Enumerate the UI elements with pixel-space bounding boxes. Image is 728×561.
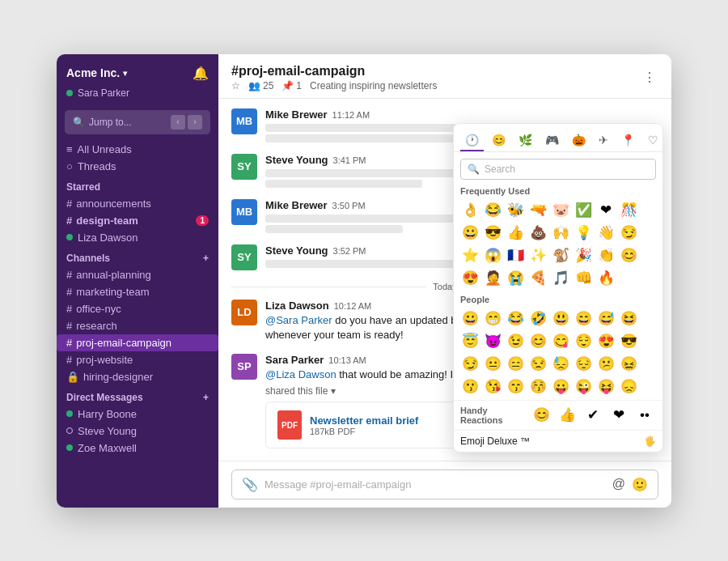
handy-emoji[interactable]: 😊 [530,404,552,427]
sidebar-item-zoe-maxwell[interactable]: Zoe Maxwell [57,440,218,457]
sidebar-item-proj-website[interactable]: # proj-website [57,351,218,368]
sidebar-item-steve-young[interactable]: Steve Young [57,423,218,440]
sidebar-item-liza-dawson[interactable]: Liza Dawson [57,229,218,246]
emoji-cell[interactable]: 😃 [549,308,572,330]
emoji-cell[interactable]: 😏 [459,353,481,376]
emoji-cell[interactable]: 🤣 [527,308,549,330]
emoji-cell[interactable]: ❤ [595,199,617,222]
handy-emoji[interactable]: ❤ [607,404,630,427]
emoji-cell[interactable]: 😚 [527,376,549,398]
emoji-cell[interactable]: 😊 [617,244,640,267]
sidebar-item-all-unreads[interactable]: ≡ All Unreads [57,141,218,158]
bell-icon[interactable]: 🔔 [193,66,209,81]
emoji-cell[interactable]: ⭐ [459,244,481,267]
file-attachment[interactable]: PDF Newsletter email brief 187kB PDF [265,402,476,448]
emoji-cell[interactable]: 😝 [595,376,617,398]
emoji-cell[interactable]: 😂 [504,308,527,330]
message-input[interactable]: Message #proj-email-campaign [265,478,606,491]
emoji-cell[interactable]: 😍 [595,330,617,353]
emoji-cell[interactable]: 😙 [504,376,527,398]
emoji-cell[interactable]: 😊 [527,330,549,353]
emoji-cell[interactable]: 🎉 [572,244,595,267]
emoji-cell[interactable]: 👋 [595,222,617,244]
emoji-cell[interactable]: 😇 [459,330,481,353]
emoji-cell[interactable]: ✨ [527,244,549,267]
sidebar-item-marketing-team[interactable]: # marketing-team [57,283,218,300]
emoji-input-icon[interactable]: 🙂 [632,477,648,492]
sidebar-item-annual-planning[interactable]: # annual-planning [57,266,218,283]
emoji-search[interactable]: 🔍 Search [460,159,656,180]
emoji-tab-objects[interactable]: 📍 [616,130,640,151]
emoji-cell[interactable]: 👊 [572,267,595,290]
sidebar-item-proj-email-campaign[interactable]: # proj-email-campaign [57,334,218,351]
emoji-cell[interactable]: 😌 [572,330,595,353]
sidebar-item-research[interactable]: # research [57,317,218,334]
emoji-cell[interactable]: ✅ [572,199,595,222]
emoji-deluxe-row[interactable]: Emoji Deluxe ™ 🖐 [454,430,662,452]
emoji-cell[interactable]: 😗 [459,376,481,398]
emoji-cell[interactable]: 😂 [481,199,504,222]
handy-emoji[interactable]: 👍 [556,404,578,427]
emoji-tab-recent[interactable]: 🕐 [460,130,484,151]
emoji-cell[interactable]: 🔥 [595,267,617,290]
workspace-name[interactable]: Acme Inc. ▾ [66,66,127,79]
emoji-cell[interactable]: 😏 [617,222,640,244]
emoji-cell[interactable]: 🎊 [617,199,640,222]
sidebar-item-design-team[interactable]: # design-team 1 [57,212,218,229]
emoji-tab-nature[interactable]: 🌿 [514,130,537,151]
jump-bar[interactable]: 🔍 Jump to... ‹ › [65,110,210,134]
sidebar-item-hiring-designer[interactable]: 🔒 hiring-designer [57,368,218,385]
add-channel-icon[interactable]: + [203,253,209,264]
emoji-tab-flags[interactable]: 🔲 [667,130,671,151]
emoji-cell[interactable]: 😋 [549,330,572,353]
handy-emoji[interactable]: •• [633,404,656,427]
emoji-cell[interactable]: 😞 [617,376,640,398]
emoji-cell[interactable]: 😭 [504,267,527,290]
star-icon[interactable]: ☆ [231,80,240,91]
emoji-cell[interactable]: 😍 [459,267,481,290]
emoji-cell[interactable]: 😎 [481,222,504,244]
emoji-cell[interactable]: 😄 [572,308,595,330]
emoji-cell[interactable]: 🐝 [504,199,527,222]
emoji-cell[interactable]: 🐷 [549,199,572,222]
emoji-cell[interactable]: 😀 [459,222,481,244]
emoji-cell[interactable]: 🐒 [549,244,572,267]
emoji-cell[interactable]: 😔 [572,353,595,376]
sidebar-item-harry-boone[interactable]: Harry Boone [57,406,218,423]
emoji-tab-food[interactable]: 🎃 [567,130,590,151]
handy-emoji[interactable]: ✔ [582,404,604,427]
emoji-tab-symbols[interactable]: ♡ [643,130,663,151]
emoji-cell[interactable]: 😒 [527,353,549,376]
emoji-cell[interactable]: 😁 [481,308,504,330]
attachment-icon[interactable]: 📎 [242,477,258,492]
back-arrow-icon[interactable]: ‹ [171,115,185,130]
emoji-cell[interactable]: 😈 [481,330,504,353]
emoji-cell[interactable]: 🙌 [549,222,572,244]
sidebar-item-office-nyc[interactable]: # office-nyc [57,300,218,317]
emoji-cell[interactable]: 💡 [572,222,595,244]
more-options-button[interactable]: ⋮ [641,67,658,87]
emoji-cell[interactable]: 😜 [572,376,595,398]
emoji-cell[interactable]: 🤦 [481,267,504,290]
emoji-cell[interactable]: 😅 [595,308,617,330]
forward-arrow-icon[interactable]: › [188,115,202,130]
emoji-tab-activities[interactable]: 🎮 [540,130,564,151]
add-dm-icon[interactable]: + [203,392,209,403]
emoji-cell[interactable]: 👍 [504,222,527,244]
emoji-cell[interactable]: 🔫 [527,199,549,222]
emoji-cell[interactable]: 💩 [527,222,549,244]
emoji-cell[interactable]: 😐 [481,353,504,376]
emoji-cell[interactable]: 😛 [549,376,572,398]
emoji-cell[interactable]: 😑 [504,353,527,376]
emoji-cell[interactable]: 🍕 [527,267,549,290]
sidebar-item-threads[interactable]: ○ Threads [57,158,218,175]
emoji-tab-smileys[interactable]: 😊 [487,130,510,151]
emoji-cell[interactable]: 👌 [459,199,481,222]
emoji-cell[interactable]: 🇫🇷 [504,244,527,267]
emoji-cell[interactable]: 😎 [617,330,640,353]
emoji-cell[interactable]: 😀 [459,308,481,330]
at-icon[interactable]: @ [612,477,625,491]
sidebar-item-announcements[interactable]: # announcements [57,195,218,212]
emoji-cell[interactable]: 😖 [617,353,640,376]
emoji-cell[interactable]: 😉 [504,330,527,353]
